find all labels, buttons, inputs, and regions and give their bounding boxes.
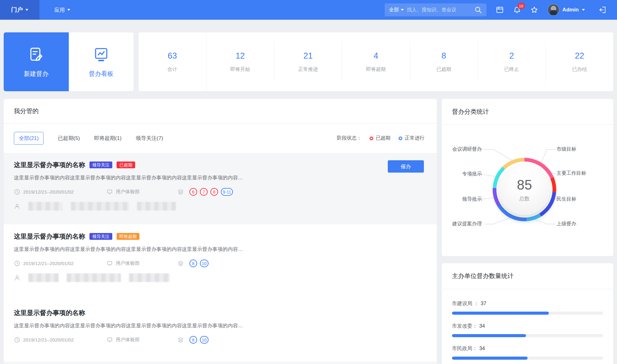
date-range: 2019/12/21–2020/01/02 [23,189,74,195]
tag-leader-focus: 领导关注 [89,233,112,240]
layers-icon [177,189,184,195]
apps-window-icon[interactable] [496,6,504,14]
org-card-title: 主办单位督办数量统计 [452,272,514,280]
stage-badge: 7 [200,188,208,196]
stat-terminated[interactable]: 2 已终止 [478,51,545,73]
category-card-title: 督办分类统计 [452,108,489,116]
org-bar-track [452,357,603,360]
category-stats-card: 督办分类统计 [442,99,613,256]
stage-badges: 8 10 [177,336,209,344]
new-supervision-button[interactable]: 新建督办 [4,32,69,91]
item-meta: 2019/12/21–2020/01/02 用户体验部 [14,260,427,267]
action-card: 新建督办 督办看板 [4,32,134,91]
department-name: 用户体验部 [116,189,140,195]
nav-menu-portal[interactable]: 门户 [0,0,39,20]
org-stats-card: 主办单位督办数量统计 市建设局 ：37 市发改委：34 [442,263,613,364]
item-department: 用户体验部 [106,337,177,343]
chevron-down-icon [67,9,70,11]
nav-menu-portal-label: 门户 [11,6,23,14]
stage-badge: 10 [200,336,209,344]
stage-status-legend: 阶段状态： 已超期 正常进行 [337,135,424,141]
notifications[interactable]: 18 [513,6,521,14]
nav-right: 全部 18 Admin [385,3,617,16]
urge-button[interactable]: 催办 [388,160,424,173]
stage-badges: 6 7 8 9-11 [177,188,233,196]
item-dates: 2019/12/21–2020/01/02 [14,260,106,267]
org-row: 市发改委：34 [452,323,603,337]
donut-total-value: 85 [517,177,532,193]
supervision-board-button[interactable]: 督办看板 [69,32,134,91]
supervision-item[interactable]: 这里显示督办事项的名称 领导关注 即将超期 这里显示督办事项的内容这里显示督办事… [4,224,437,301]
nav-menu-apps[interactable]: 应用 [45,0,80,20]
search-icon[interactable] [474,6,482,14]
stat-value: 63 [139,51,206,61]
stat-on-track[interactable]: 21 正常推进 [274,51,342,73]
stat-label: 已超期 [410,66,478,73]
nav-menus: 门户 应用 [0,0,80,20]
user-menu[interactable]: Admin [548,4,585,16]
stage-badge: 10 [200,260,209,267]
layers-icon [177,260,184,267]
redacted-names [67,273,121,282]
star-icon[interactable] [530,6,538,14]
item-title: 这里显示督办事项的名称 [14,161,85,169]
tab-near-overdue[interactable]: 即将超期(1) [94,135,122,142]
list-title: 我分管的 [14,107,39,115]
tag-near-overdue: 即将超期 [117,233,139,240]
list-tabs-row: 全部(21) 已超期(5) 即将超期(1) 领导关注(7) 阶段状态： 已超期 [4,124,437,153]
tab-leader-focus[interactable]: 领导关注(7) [136,135,163,142]
global-search[interactable]: 全部 [385,3,487,16]
stage-badges: 8 10 [177,260,209,267]
org-bar-fill [452,312,549,315]
org-row-label: 市民政局：34 [452,345,603,352]
item-content: 这里显示督办事项的内容这里显示督办事项的内容这里显示督办事项的内容这里显示督办事… [14,174,427,181]
tab-all[interactable]: 全部(21) [14,132,43,145]
main-row: 我分管的 全部(21) 已超期(5) 即将超期(1) 领导关注(7) 阶段状态：… [4,99,613,364]
redacted-names [28,273,59,282]
org-card-header: 主办单位督办数量统计 [442,263,613,289]
stat-upcoming[interactable]: 12 即将开始 [206,51,274,73]
pie-label-main-work-goal: 主要工作目标 [557,170,586,177]
supervision-item[interactable]: 这里显示督办事项的名称 领导关注 已超期 这里显示督办事项的内容这里显示督办事项… [4,153,437,224]
item-title: 这里显示督办事项的名称 [14,232,85,241]
stat-completed[interactable]: 22 已办结 [546,51,613,73]
department-name: 用户体验部 [116,337,140,343]
logout-icon[interactable] [598,6,607,14]
donut-ring: 85 总数 [493,158,556,221]
legend-label: 阶段状态： [337,135,362,141]
item-dates: 2019/12/21–2020/01/02 [14,337,106,343]
org-bar-fill [452,357,528,360]
stat-value: 21 [274,51,342,61]
layers-icon [177,337,184,343]
stat-near-overdue[interactable]: 4 即将超期 [342,51,410,73]
clock-icon [14,189,20,195]
category-card-header: 督办分类统计 [442,99,613,125]
stat-value: 4 [342,51,410,61]
supervision-board-label: 督办看板 [89,70,114,78]
search-scope-dropdown[interactable]: 全部 [389,7,404,13]
stat-value: 2 [478,51,545,61]
tab-overdue[interactable]: 已超期(5) [58,135,80,142]
stat-label: 已终止 [478,66,545,73]
department-name: 用户体验部 [116,260,140,267]
stat-overdue[interactable]: 8 已超期 [410,51,478,73]
stats-card: 63 合计 12 即将开始 21 正常推进 4 即将超期 [139,32,613,91]
pie-label-proposal-handling: 建议提案办理 [444,221,482,227]
org-name: 市建设局 ： [452,301,479,306]
status-dot-red [370,137,373,140]
search-input[interactable] [407,7,471,13]
item-department: 用户体验部 [106,189,177,195]
chevron-down-icon [401,9,404,11]
stage-badge: 6 [189,188,197,196]
status-dot-blue [399,137,402,140]
legend-item-label: 已超期 [376,135,391,141]
supervision-item[interactable]: 这里显示督办事项的名称 这里显示督办事项的内容这里显示督办事项的内容这里显示督办… [4,301,437,362]
stat-total[interactable]: 63 合计 [139,51,206,73]
new-supervision-label: 新建督办 [24,70,48,78]
item-content: 这里显示督办事项的内容这里显示督办事项的内容这里显示督办事项的内容这里显示督办事… [14,322,427,329]
search-scope-label: 全部 [389,7,399,13]
monitor-icon [106,337,113,343]
org-row-label: 市建设局 ：37 [452,300,603,307]
item-people [14,202,427,211]
org-value: 34 [479,346,485,351]
